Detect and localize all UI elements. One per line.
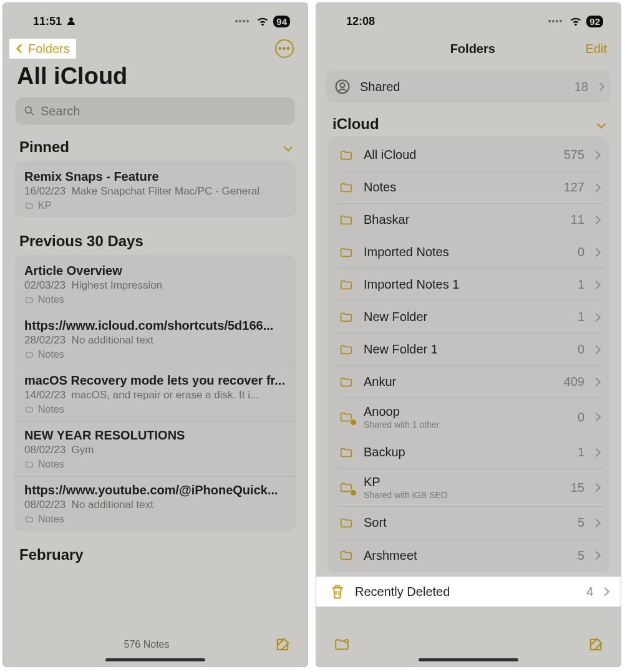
new-folder-icon[interactable] <box>332 636 351 653</box>
trash-icon <box>329 583 346 600</box>
folder-icon <box>337 148 355 162</box>
left-screenshot: 11:51 •••• 94 Folders ••• All iCloud Sea… <box>2 2 308 667</box>
folder-icon <box>337 446 355 459</box>
search-input[interactable]: Search <box>16 97 295 125</box>
folder-row[interactable]: Notes 127 <box>335 171 604 204</box>
search-icon <box>23 105 36 117</box>
icloud-header[interactable]: iCloud <box>316 103 621 137</box>
chevron-down-icon <box>284 143 293 151</box>
folder-row[interactable]: Backup 1 <box>335 436 604 469</box>
folder-icon <box>24 515 34 524</box>
prev30-header: Previous 30 Days <box>13 223 298 255</box>
folder-row[interactable]: Imported Notes 0 <box>335 236 604 269</box>
chevron-right-icon <box>592 518 601 527</box>
home-indicator[interactable] <box>105 658 205 661</box>
chevron-right-icon <box>592 413 601 421</box>
back-button[interactable]: Folders <box>9 39 76 59</box>
chevron-right-icon <box>592 483 601 492</box>
shared-row[interactable]: Shared 18 <box>326 70 611 103</box>
pinned-note[interactable]: Remix Snaps - Feature 16/02/23 Make Snap… <box>14 163 296 218</box>
recently-deleted-row[interactable]: Recently Deleted 4 <box>316 577 621 607</box>
battery-badge: 94 <box>273 16 290 27</box>
compose-icon[interactable] <box>587 636 604 653</box>
person-icon <box>65 16 77 27</box>
folder-icon <box>337 410 355 424</box>
folder-row[interactable]: Sort 5 <box>335 507 604 539</box>
battery-badge: 92 <box>586 16 603 27</box>
chevron-right-icon <box>592 215 601 224</box>
person-circle-icon <box>334 78 351 95</box>
folder-icon <box>337 516 355 530</box>
folder-row[interactable]: Imported Notes 1 1 <box>335 269 604 301</box>
chevron-right-icon <box>592 280 601 289</box>
note-row[interactable]: https://www.icloud.com/shortcuts/5d166..… <box>14 312 296 367</box>
chevron-right-icon <box>592 377 601 386</box>
more-button[interactable]: ••• <box>275 39 294 58</box>
folder-icon <box>337 310 355 324</box>
cellular-icon: •••• <box>235 16 250 26</box>
folder-icon <box>24 460 34 469</box>
chevron-right-icon <box>592 247 601 256</box>
chevron-right-icon <box>592 448 601 456</box>
chevron-right-icon <box>592 150 601 159</box>
folder-icon <box>337 213 355 227</box>
search-placeholder: Search <box>41 104 80 118</box>
chevron-right-icon <box>592 345 601 353</box>
status-time: 12:08 <box>346 15 375 28</box>
page-title: Folders <box>360 42 586 56</box>
folder-icon <box>24 295 34 304</box>
wifi-icon <box>256 14 269 28</box>
chevron-right-icon <box>592 183 601 191</box>
chevron-right-icon <box>596 82 604 91</box>
folder-row[interactable]: AnoopShared with 1 other 0 <box>335 398 604 436</box>
folder-icon <box>24 201 34 210</box>
page-title: All iCloud <box>3 63 308 94</box>
notes-count: 576 Notes <box>19 639 274 650</box>
compose-icon[interactable] <box>274 636 291 653</box>
folder-icon <box>24 405 34 414</box>
back-label: Folders <box>28 42 70 56</box>
note-row[interactable]: Article Overview 02/03/23 Highest Impres… <box>14 257 296 312</box>
chevron-right-icon <box>592 551 601 560</box>
chevron-down-icon <box>597 120 606 128</box>
folder-icon <box>337 375 355 389</box>
note-row[interactable]: macOS Recovery mode lets you recover fr.… <box>14 367 296 422</box>
pinned-header[interactable]: Pinned <box>13 128 298 161</box>
folder-icon <box>337 246 355 259</box>
status-bar: 11:51 •••• 94 <box>3 3 308 33</box>
home-indicator[interactable] <box>419 658 518 661</box>
folder-row[interactable]: New Folder 1 <box>335 301 604 334</box>
folder-row[interactable]: Bhaskar 11 <box>335 204 604 236</box>
chevron-left-icon <box>13 41 26 56</box>
folder-icon <box>337 343 355 357</box>
nav-bar: Folders ••• <box>3 33 308 63</box>
status-time: 11:51 <box>33 15 62 28</box>
wifi-icon <box>569 14 583 28</box>
ellipsis-icon: ••• <box>278 43 291 54</box>
folder-icon <box>337 278 355 292</box>
edit-button[interactable]: Edit <box>586 42 607 56</box>
folder-row[interactable]: Arshmeet 5 <box>335 539 604 572</box>
folder-icon <box>24 350 34 359</box>
chevron-right-icon <box>601 587 609 596</box>
folder-icon <box>337 181 355 194</box>
folder-row[interactable]: New Folder 1 0 <box>335 334 604 366</box>
folder-row[interactable]: All iCloud 575 <box>335 139 604 171</box>
february-header: February <box>13 536 298 569</box>
right-screenshot: 12:08 •••• 92 Folders Edit Shared 18 iCl… <box>316 2 621 667</box>
nav-bar: Folders Edit <box>316 33 621 63</box>
cellular-icon: •••• <box>548 16 563 26</box>
note-row[interactable]: https://www.youtube.com/@iPhoneQuick... … <box>14 477 296 531</box>
chevron-right-icon <box>592 312 601 321</box>
folder-icon <box>337 549 355 562</box>
folder-icon <box>337 481 355 494</box>
folder-row[interactable]: KPShared with iGB SEO 15 <box>335 469 604 507</box>
note-row[interactable]: NEW YEAR RESOLUTIONS 08/02/23 Gym Notes <box>14 422 296 477</box>
folder-row[interactable]: Ankur 409 <box>335 366 604 398</box>
status-bar: 12:08 •••• 92 <box>316 3 621 33</box>
